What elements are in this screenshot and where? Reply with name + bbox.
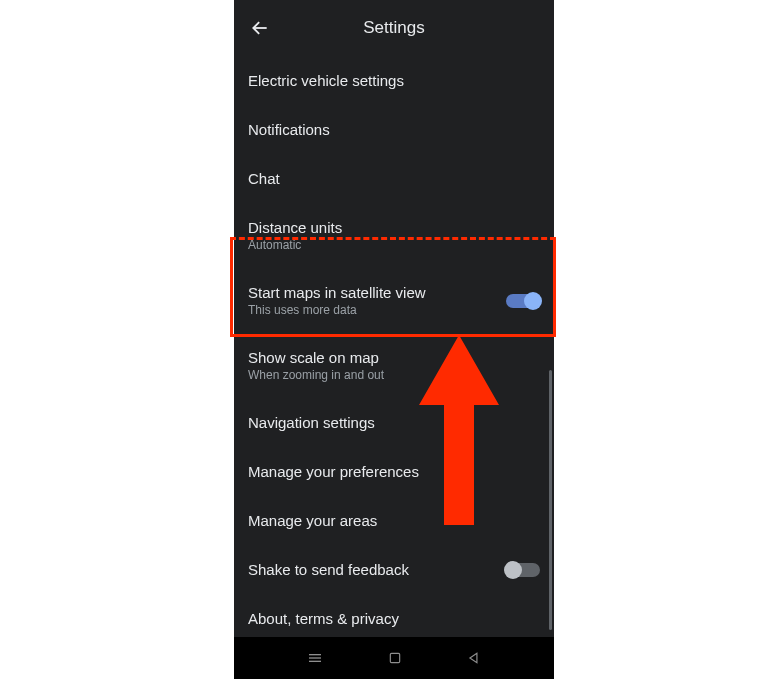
- back-button[interactable]: [248, 16, 272, 40]
- satellite-view-toggle[interactable]: [506, 294, 540, 308]
- menu-icon: [307, 650, 323, 666]
- setting-item-shake-feedback[interactable]: Shake to send feedback: [248, 545, 540, 594]
- setting-title: Notifications: [248, 121, 540, 138]
- back-arrow-icon: [250, 18, 270, 38]
- setting-title: Chat: [248, 170, 540, 187]
- setting-title: About, terms & privacy: [248, 610, 540, 627]
- setting-title: Navigation settings: [248, 414, 540, 431]
- setting-item-distance-units[interactable]: Distance units Automatic: [248, 203, 540, 268]
- svg-rect-4: [390, 653, 399, 662]
- settings-list: Electric vehicle settings Notifications …: [234, 56, 554, 643]
- setting-subtitle: This uses more data: [248, 303, 506, 317]
- setting-subtitle: When zooming in and out: [248, 368, 540, 382]
- nav-back-button[interactable]: [467, 651, 481, 665]
- triangle-back-icon: [467, 651, 481, 665]
- setting-title: Start maps in satellite view: [248, 284, 506, 301]
- nav-bar: [234, 637, 554, 679]
- setting-item-areas[interactable]: Manage your areas: [248, 496, 540, 545]
- setting-item-about[interactable]: About, terms & privacy: [248, 594, 540, 643]
- setting-subtitle: Automatic: [248, 238, 540, 252]
- scrollbar[interactable]: [549, 370, 552, 630]
- setting-item-navigation[interactable]: Navigation settings: [248, 398, 540, 447]
- setting-item-ev[interactable]: Electric vehicle settings: [248, 56, 540, 105]
- shake-feedback-toggle[interactable]: [506, 563, 540, 577]
- setting-title: Manage your areas: [248, 512, 540, 529]
- phone-screen: Settings Electric vehicle settings Notif…: [234, 0, 554, 679]
- topbar: Settings: [234, 0, 554, 56]
- nav-home-button[interactable]: [388, 651, 402, 665]
- setting-item-chat[interactable]: Chat: [248, 154, 540, 203]
- setting-title: Electric vehicle settings: [248, 72, 540, 89]
- setting-title: Show scale on map: [248, 349, 540, 366]
- setting-item-show-scale[interactable]: Show scale on map When zooming in and ou…: [248, 333, 540, 398]
- setting-item-preferences[interactable]: Manage your preferences: [248, 447, 540, 496]
- nav-menu-button[interactable]: [307, 650, 323, 666]
- page-title: Settings: [363, 18, 424, 38]
- square-icon: [388, 651, 402, 665]
- svg-marker-5: [470, 653, 477, 662]
- setting-title: Shake to send feedback: [248, 561, 506, 578]
- setting-item-satellite-view[interactable]: Start maps in satellite view This uses m…: [248, 268, 540, 333]
- setting-title: Distance units: [248, 219, 540, 236]
- setting-item-notifications[interactable]: Notifications: [248, 105, 540, 154]
- setting-title: Manage your preferences: [248, 463, 540, 480]
